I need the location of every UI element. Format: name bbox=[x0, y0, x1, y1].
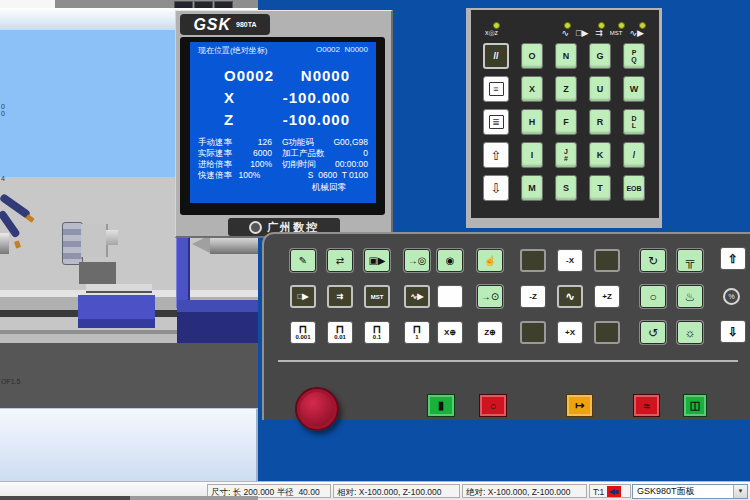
machine-control-panel: ✎ ⇄ ▣▶ →◎ ◉ ☝ -X ↻ ╦ ⇧ □▶ ⇉ MST ∿▶ →⊙ -Z… bbox=[262, 232, 750, 420]
z-minus-key[interactable]: -Z bbox=[520, 285, 546, 308]
cursor-down-key[interactable]: ⇩ bbox=[483, 175, 509, 201]
blank-key[interactable] bbox=[594, 249, 620, 272]
status-label: 切削时间 bbox=[282, 159, 330, 170]
relative-position-field: 相对: X-100.000, Z-100.000 bbox=[333, 484, 460, 498]
jog-mode-key[interactable]: ☝ bbox=[477, 249, 503, 272]
absolute-position-field: 绝对: X-100.000, Z-100.000 bbox=[462, 484, 587, 498]
status-readout: 手动速率126G功能码G00,G98 实际速率6000加工产品数0 进给倍率10… bbox=[190, 137, 376, 181]
program-zero-key[interactable]: →⊙ bbox=[477, 285, 503, 308]
key-T[interactable]: T bbox=[589, 175, 611, 201]
lubricant-key[interactable]: ♨ bbox=[677, 285, 703, 308]
step-label: 0.01 bbox=[334, 334, 346, 340]
tool-field: T:1 bbox=[589, 484, 631, 498]
step-1-key[interactable]: ⊓1 bbox=[404, 321, 430, 344]
page-note-key[interactable]: ≣ bbox=[483, 109, 509, 135]
spindle-ccw-key[interactable]: ↺ bbox=[640, 321, 666, 344]
program-page-key[interactable]: ≡ bbox=[483, 76, 509, 102]
spindle-stop-key[interactable]: ○ bbox=[640, 285, 666, 308]
step-0001-key[interactable]: ⊓0.001 bbox=[290, 321, 316, 344]
x-axis-select-key[interactable]: X⊕ bbox=[437, 321, 463, 344]
z-axis-label: Z bbox=[224, 109, 234, 131]
key-K[interactable]: K bbox=[589, 142, 611, 168]
key-G[interactable]: G bbox=[589, 43, 611, 69]
x-minus-key[interactable]: -X bbox=[557, 249, 583, 272]
step-01-key[interactable]: ⊓0.1 bbox=[364, 321, 390, 344]
machine-zero-indicator: x◎z bbox=[485, 22, 498, 38]
feed-override-dial[interactable]: % bbox=[723, 288, 740, 305]
dry-run-key[interactable]: ∿▶ bbox=[404, 285, 430, 308]
rapid-indicator: ∿▶ bbox=[630, 22, 644, 38]
status-value: 100% bbox=[236, 159, 272, 170]
blank-key[interactable] bbox=[520, 249, 546, 272]
status-value: 0 bbox=[330, 148, 368, 159]
feed-hold-button[interactable]: ○ bbox=[479, 394, 507, 417]
key-F[interactable]: F bbox=[555, 109, 577, 135]
status-label: 手动速率 bbox=[198, 137, 236, 148]
mst-lock-key[interactable]: MST bbox=[364, 285, 390, 308]
step-001-key[interactable]: ⊓0.01 bbox=[327, 321, 353, 344]
mdi-keypad-window: x◎z ∿ □▶ ⇉ MST ∿▶ // O N G PQ ≡ X Z U W … bbox=[466, 8, 662, 228]
key-EOB[interactable]: EOB bbox=[623, 175, 645, 201]
machine-zero-mode-key[interactable]: →◎ bbox=[404, 249, 430, 272]
z-axis-select-key[interactable]: Z⊕ bbox=[477, 321, 503, 344]
z-plus-key[interactable]: +Z bbox=[594, 285, 620, 308]
key-I[interactable]: I bbox=[521, 142, 543, 168]
key-S[interactable]: S bbox=[555, 175, 577, 201]
emergency-stop-button[interactable] bbox=[295, 387, 339, 431]
tool-change-button[interactable]: ◫ bbox=[683, 394, 707, 417]
key-W[interactable]: W bbox=[623, 76, 645, 102]
key-J-hash[interactable]: J# bbox=[555, 142, 577, 168]
key-main-legend: D bbox=[631, 115, 636, 122]
window-top-strip bbox=[0, 0, 258, 8]
key-D-L[interactable]: DL bbox=[623, 109, 645, 135]
program-protect-button[interactable]: ≈ bbox=[633, 394, 660, 417]
spindle-cw-key[interactable]: ↻ bbox=[640, 249, 666, 272]
key-sub-legend: # bbox=[564, 155, 568, 162]
dropdown-arrow-icon[interactable]: ▼ bbox=[733, 485, 747, 498]
z-axis-value: -100.000 bbox=[283, 109, 350, 131]
mst-lock-indicator: MST bbox=[610, 22, 623, 38]
blank-key[interactable] bbox=[520, 321, 546, 344]
double-slash-key[interactable]: // bbox=[483, 43, 509, 69]
handwheel-mode-key[interactable]: ◉ bbox=[437, 249, 463, 272]
status-value: 126 bbox=[236, 137, 272, 148]
pulse-icon: ⊓ bbox=[373, 325, 382, 334]
rapid-override-down-key[interactable]: ⇩ bbox=[720, 320, 746, 343]
status-row: 进给倍率100%切削时间00:00:00 bbox=[198, 159, 368, 170]
edit-mode-key[interactable]: ✎ bbox=[290, 249, 316, 272]
single-block-key[interactable]: □▶ bbox=[290, 285, 316, 308]
mdi-mode-key[interactable]: ▣▶ bbox=[364, 249, 390, 272]
document-icon: ≡ bbox=[489, 82, 504, 96]
tailstock-button[interactable]: ↦ bbox=[566, 394, 593, 417]
key-M[interactable]: M bbox=[521, 175, 543, 201]
x-plus-key[interactable]: +X bbox=[557, 321, 583, 344]
key-Z[interactable]: Z bbox=[555, 76, 577, 102]
auto-mode-key[interactable]: ⇄ bbox=[327, 249, 353, 272]
rapid-override-up-key[interactable]: ⇧ bbox=[720, 247, 746, 270]
key-N[interactable]: N bbox=[555, 43, 577, 69]
rapid-traverse-key[interactable]: ∿ bbox=[557, 285, 583, 308]
block-skip-key[interactable]: ⇉ bbox=[327, 285, 353, 308]
chuck-key[interactable]: ☼ bbox=[677, 321, 703, 344]
blank-key[interactable] bbox=[594, 321, 620, 344]
cursor-up-key[interactable]: ⇧ bbox=[483, 142, 509, 168]
key-P-Q[interactable]: PQ bbox=[623, 43, 645, 69]
key-R[interactable]: R bbox=[589, 109, 611, 135]
panel-select-dropdown[interactable]: GSK980T面板 ▼ bbox=[632, 484, 748, 499]
cycle-start-button[interactable]: ▮ bbox=[427, 394, 455, 417]
key-slash[interactable]: / bbox=[623, 142, 645, 168]
dry-run-indicator: ∿ bbox=[561, 22, 569, 38]
blank-key[interactable] bbox=[437, 285, 463, 308]
status-label: 进给倍率 bbox=[198, 159, 236, 170]
vendor-logo-icon bbox=[249, 221, 262, 234]
crt-screen: 现在位置(绝对坐标) O0002 N0000 O0002N0000 X-100.… bbox=[190, 42, 376, 203]
key-X[interactable]: X bbox=[521, 76, 543, 102]
status-label: 加工产品数 bbox=[282, 148, 330, 159]
screen-title: 现在位置(绝对坐标) bbox=[198, 45, 267, 56]
pulse-icon: ⊓ bbox=[413, 325, 422, 334]
key-U[interactable]: U bbox=[589, 76, 611, 102]
key-H[interactable]: H bbox=[521, 109, 543, 135]
address-key-grid: // O N G PQ ≡ X Z U W ≣ H F R DL ⇧ I J# … bbox=[483, 43, 659, 201]
coolant-key[interactable]: ╦ bbox=[677, 249, 703, 272]
key-O[interactable]: O bbox=[521, 43, 543, 69]
